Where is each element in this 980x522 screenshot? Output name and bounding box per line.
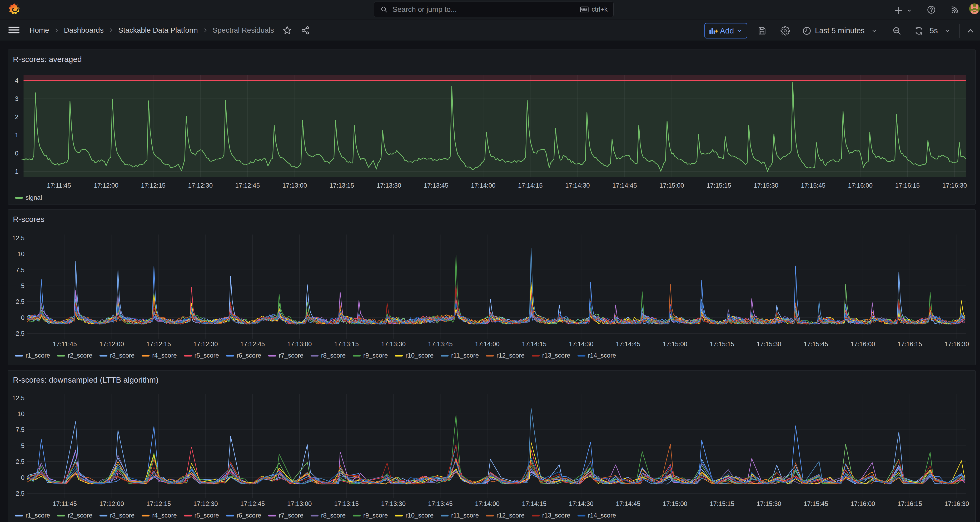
svg-text:17:11:45: 17:11:45 (52, 500, 77, 507)
svg-text:17:13:45: 17:13:45 (428, 500, 452, 507)
svg-text:17:15:45: 17:15:45 (801, 182, 825, 189)
svg-text:17:16:00: 17:16:00 (851, 340, 875, 348)
svg-text:17:13:00: 17:13:00 (287, 500, 312, 507)
svg-text:17:16:15: 17:16:15 (895, 182, 920, 189)
svg-text:0: 0 (21, 314, 24, 321)
svg-text:17:15:15: 17:15:15 (710, 340, 734, 348)
svg-text:-2.5: -2.5 (14, 330, 24, 337)
svg-text:17:13:30: 17:13:30 (381, 500, 406, 507)
svg-text:17:16:15: 17:16:15 (897, 340, 922, 348)
svg-text:17:14:00: 17:14:00 (471, 182, 495, 189)
svg-text:10: 10 (18, 410, 24, 417)
svg-text:5: 5 (21, 282, 24, 289)
svg-text:17:12:45: 17:12:45 (240, 340, 265, 348)
svg-text:17:13:45: 17:13:45 (428, 340, 452, 348)
svg-text:17:13:15: 17:13:15 (334, 340, 358, 348)
svg-text:17:12:00: 17:12:00 (100, 500, 124, 507)
svg-text:17:15:00: 17:15:00 (659, 182, 684, 189)
svg-text:17:13:00: 17:13:00 (282, 182, 307, 189)
svg-text:17:14:45: 17:14:45 (616, 340, 640, 348)
svg-text:17:14:00: 17:14:00 (475, 500, 500, 507)
svg-text:17:13:30: 17:13:30 (377, 182, 401, 189)
svg-text:17:12:00: 17:12:00 (100, 340, 124, 348)
svg-text:17:16:00: 17:16:00 (851, 500, 875, 507)
svg-text:17:12:45: 17:12:45 (235, 182, 260, 189)
svg-text:17:15:30: 17:15:30 (754, 182, 778, 189)
svg-text:17:15:45: 17:15:45 (803, 340, 828, 348)
svg-text:17:12:45: 17:12:45 (240, 500, 265, 507)
svg-text:7.5: 7.5 (16, 267, 24, 273)
svg-text:17:12:15: 17:12:15 (146, 340, 171, 348)
svg-text:17:15:00: 17:15:00 (663, 340, 687, 348)
svg-text:17:15:45: 17:15:45 (803, 500, 828, 507)
svg-text:17:15:30: 17:15:30 (757, 500, 781, 507)
svg-text:5: 5 (21, 442, 24, 449)
svg-text:17:13:45: 17:13:45 (424, 182, 448, 189)
svg-text:-1: -1 (13, 168, 18, 175)
svg-text:17:14:00: 17:14:00 (475, 340, 500, 348)
svg-text:17:13:30: 17:13:30 (381, 340, 406, 348)
svg-text:2.5: 2.5 (16, 298, 24, 305)
svg-text:10: 10 (18, 250, 24, 257)
svg-text:-2.5: -2.5 (14, 490, 24, 497)
svg-text:17:12:30: 17:12:30 (193, 340, 218, 348)
svg-text:12.5: 12.5 (12, 394, 24, 402)
svg-text:12.5: 12.5 (12, 235, 24, 242)
svg-text:17:15:00: 17:15:00 (663, 500, 687, 507)
svg-text:17:16:30: 17:16:30 (942, 182, 967, 189)
svg-text:17:16:00: 17:16:00 (848, 182, 873, 189)
svg-text:17:12:15: 17:12:15 (146, 500, 171, 507)
svg-text:1: 1 (15, 131, 18, 139)
svg-text:17:11:45: 17:11:45 (52, 340, 77, 348)
svg-text:17:12:00: 17:12:00 (94, 182, 118, 189)
svg-text:17:13:00: 17:13:00 (287, 340, 312, 348)
svg-text:17:14:30: 17:14:30 (569, 340, 593, 348)
svg-text:17:12:30: 17:12:30 (193, 500, 218, 507)
svg-text:17:15:30: 17:15:30 (757, 340, 781, 348)
svg-text:7.5: 7.5 (16, 426, 24, 433)
svg-text:17:14:15: 17:14:15 (522, 340, 546, 348)
svg-text:17:16:15: 17:16:15 (897, 500, 922, 507)
svg-text:3: 3 (15, 95, 18, 102)
svg-text:17:16:30: 17:16:30 (945, 340, 969, 348)
svg-text:0: 0 (15, 150, 18, 157)
svg-text:17:14:45: 17:14:45 (616, 500, 640, 507)
svg-text:17:13:15: 17:13:15 (334, 500, 358, 507)
svg-text:17:12:15: 17:12:15 (141, 182, 165, 189)
svg-text:17:12:30: 17:12:30 (188, 182, 213, 189)
svg-text:17:15:15: 17:15:15 (706, 182, 731, 189)
svg-text:17:14:30: 17:14:30 (565, 182, 590, 189)
svg-text:17:14:45: 17:14:45 (612, 182, 637, 189)
svg-text:17:14:15: 17:14:15 (518, 182, 542, 189)
svg-text:17:16:30: 17:16:30 (945, 500, 969, 507)
svg-text:2.5: 2.5 (16, 458, 24, 465)
svg-text:17:14:30: 17:14:30 (569, 500, 593, 507)
svg-text:17:14:15: 17:14:15 (522, 500, 546, 507)
svg-text:2: 2 (15, 113, 18, 120)
svg-text:4: 4 (15, 77, 18, 84)
svg-text:17:13:15: 17:13:15 (329, 182, 354, 189)
svg-text:0: 0 (21, 474, 24, 481)
svg-text:17:15:15: 17:15:15 (710, 500, 734, 507)
svg-text:17:11:45: 17:11:45 (47, 182, 71, 189)
